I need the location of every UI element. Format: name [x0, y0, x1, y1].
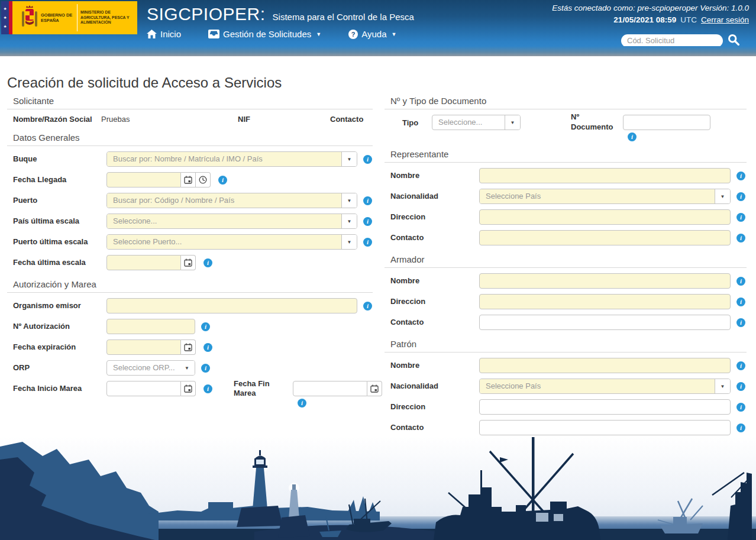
organismo-emisor-input[interactable]	[106, 298, 357, 313]
info-icon[interactable]: i	[736, 172, 745, 180]
pais-ultima-escala-select[interactable]: Seleccione... ▼	[106, 214, 357, 229]
info-icon[interactable]: i	[736, 298, 745, 306]
field-row-fechas-marea: Fecha Inicio Marea i Fecha Fin Marea	[13, 381, 373, 396]
num-autorizacion-input[interactable]	[106, 319, 195, 334]
patron-direccion-input[interactable]	[479, 399, 731, 415]
select-placeholder: Seleccione País	[480, 379, 715, 393]
select-placeholder: Buscar por: Nombre / Matrícula / IMO / P…	[107, 152, 341, 166]
representante-nombre-input[interactable]	[479, 168, 731, 183]
armador-contacto-input[interactable]	[479, 315, 731, 330]
info-icon[interactable]: i	[218, 176, 227, 185]
patron-nombre-input[interactable]	[479, 358, 731, 373]
info-icon[interactable]: i	[203, 384, 212, 393]
field-label: Tipo	[390, 118, 432, 127]
field-label: Fecha Fin Marea	[234, 379, 293, 397]
info-icon[interactable]: i	[363, 196, 372, 205]
puerto-ultima-escala-select[interactable]: Seleccione Puerto... ▼	[106, 234, 357, 250]
eu-flag-strip: ★ ★ ★	[1, 1, 9, 34]
field-row-patron-direccion: Direccion i	[390, 399, 747, 415]
calendar-button[interactable]	[181, 255, 196, 270]
time-button[interactable]	[196, 172, 211, 187]
field-row-armador-direccion: Direccion i	[390, 294, 747, 309]
star-icon: ★	[4, 24, 7, 29]
inbox-icon	[208, 30, 219, 38]
field-row-representante-nacionalidad: Nacionalidad Seleccione País ▼ i	[390, 189, 747, 204]
info-icon[interactable]: i	[736, 192, 745, 201]
field-label: Nacionalidad	[390, 382, 479, 391]
select-placeholder: Seleccione...	[107, 214, 341, 228]
fecha-ultima-escala-input[interactable]	[106, 255, 181, 270]
calendar-button[interactable]	[181, 381, 196, 396]
field-label: Nº Autorización	[13, 322, 106, 331]
field-row-orp: ORP Seleccione ORP... ▼ i	[13, 360, 373, 376]
field-label: Direccion	[390, 213, 479, 222]
nav-item-inicio[interactable]: Inicio	[147, 29, 181, 39]
search-button[interactable]	[728, 34, 739, 47]
ministry-logo-box: GOBIERNO DE ESPAÑA MINISTERIO DE AGRICUL…	[18, 1, 137, 34]
num-documento-input[interactable]	[623, 115, 710, 130]
puerto-select[interactable]: Buscar por: Código / Nombre / País ▼	[106, 193, 357, 208]
section-armador: Armador	[385, 254, 747, 268]
info-icon[interactable]: i	[736, 277, 745, 286]
calendar-icon	[370, 384, 379, 393]
buque-select[interactable]: Buscar por: Nombre / Matrícula / IMO / P…	[106, 151, 357, 167]
tipo-documento-select[interactable]: Seleccione... ▼ i	[432, 115, 521, 130]
app-header: ★ ★ ★ GOBIERNO DE ESPAÑA MINISTERIO DE A…	[0, 0, 756, 46]
logout-link[interactable]: Cerrar sesión	[701, 15, 749, 24]
info-icon[interactable]: i	[736, 382, 745, 391]
patron-nacionalidad-select[interactable]: Seleccione País ▼	[479, 379, 731, 394]
field-label: Puerto	[13, 196, 106, 205]
info-icon[interactable]: i	[203, 258, 212, 267]
info-icon[interactable]: i	[736, 403, 745, 412]
field-row-pais-ultima-escala: País última escala Seleccione... ▼ i	[13, 214, 373, 229]
field-label: Contacto	[390, 234, 479, 242]
section-datos-generales: Datos Generales	[7, 132, 373, 146]
info-icon[interactable]: i	[363, 217, 372, 226]
search-input[interactable]	[621, 34, 723, 47]
section-documento: Nº y Tipo de Documento	[385, 96, 747, 109]
info-icon[interactable]: i	[736, 423, 745, 432]
info-icon[interactable]: i	[201, 364, 210, 373]
info-icon[interactable]: i	[203, 343, 212, 352]
fecha-inicio-marea-input[interactable]	[106, 381, 181, 396]
patron-contacto-input[interactable]	[479, 420, 731, 435]
field-row-fecha-expiracion: Fecha expiración i	[13, 339, 373, 355]
field-row-buque: Buque Buscar por: Nombre / Matrícula / I…	[13, 151, 373, 167]
armador-nombre-input[interactable]	[479, 273, 731, 289]
orp-select[interactable]: Seleccione ORP... ▼	[106, 360, 195, 376]
chevron-down-icon: ▼	[391, 31, 396, 37]
info-icon[interactable]: i	[736, 213, 745, 222]
session-block: Estás conectado como: pre-scpioperoper V…	[552, 4, 749, 24]
field-label: Direccion	[390, 298, 479, 306]
representante-contacto-input[interactable]	[479, 230, 731, 245]
calendar-button[interactable]	[367, 381, 382, 396]
field-label: Fecha Inicio Marea	[13, 384, 106, 393]
nav-item-ayuda[interactable]: ? Ayuda ▼	[348, 29, 396, 39]
calendar-button[interactable]	[181, 339, 196, 355]
representante-nacionalidad-select[interactable]: Seleccione País ▼	[479, 189, 731, 204]
fecha-expiracion-input[interactable]	[106, 339, 181, 355]
field-row-fecha-llegada: Fecha Llegada i	[13, 172, 373, 187]
session-info: Estás conectado como: pre-scpioperoper V…	[552, 4, 749, 12]
info-icon[interactable]: i	[736, 318, 745, 327]
info-icon[interactable]: i	[298, 399, 306, 408]
calendar-button[interactable]	[181, 172, 196, 187]
info-icon[interactable]: i	[363, 155, 372, 164]
info-icon[interactable]: i	[736, 234, 745, 242]
chevron-down-icon: ▼	[316, 31, 321, 37]
nav-item-gestion-solicitudes[interactable]: Gestión de Solicitudes ▼	[208, 29, 321, 39]
info-icon[interactable]: i	[736, 361, 745, 370]
info-icon[interactable]: i	[628, 132, 637, 141]
field-row-puerto-ultima-escala: Puerto última escala Seleccione Puerto..…	[13, 234, 373, 250]
page-title: Creación de solicitud de Acceso a Servic…	[7, 75, 282, 91]
field-label: ORP	[13, 364, 106, 373]
info-icon[interactable]: i	[363, 302, 372, 311]
info-icon[interactable]: i	[201, 322, 210, 331]
help-icon: ?	[348, 30, 358, 39]
fecha-llegada-input[interactable]	[106, 172, 181, 187]
armador-direccion-input[interactable]	[479, 294, 731, 309]
representante-direccion-input[interactable]	[479, 209, 731, 225]
info-icon[interactable]: i	[363, 238, 372, 247]
chevron-down-icon: ▼	[341, 235, 357, 249]
fecha-fin-marea-input[interactable]	[293, 381, 367, 396]
